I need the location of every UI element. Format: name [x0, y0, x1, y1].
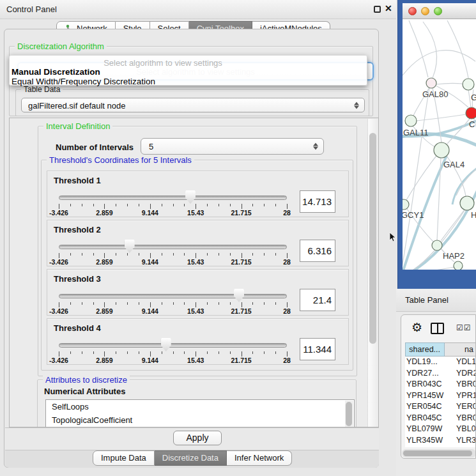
network-node[interactable]: [434, 142, 449, 158]
number-of-intervals-value: 5: [149, 142, 153, 151]
table-row[interactable]: YLR345WYLR3: [405, 435, 476, 447]
column-header-shared-name[interactable]: shared...: [405, 342, 445, 357]
threshold-slider: -3.4262.8599.14415.4321.71528: [59, 319, 287, 365]
cyni-toolbox-panel: Discretization Algorithm Select algorith…: [4, 29, 379, 468]
vertical-scrollbar-thumb[interactable]: [369, 133, 376, 344]
cell-shared-name: YDR27...: [405, 368, 454, 380]
tab-infer-network[interactable]: Infer Network: [227, 450, 292, 466]
column-header-name[interactable]: na: [445, 342, 476, 357]
threshold-panel: Threshold 4 -3.4262.8599.14415.4321.7152…: [47, 318, 349, 365]
threshold-panel: Threshold 1 -3.4262.8599.14415.4321.7152…: [47, 171, 349, 217]
threshold-value-field[interactable]: 6.316: [300, 240, 335, 262]
cyni-mode-tabs: Impute DataDiscretize DataInfer Network: [93, 450, 292, 466]
network-node[interactable]: [463, 79, 474, 90]
tab-impute-data[interactable]: Impute Data: [93, 450, 155, 466]
network-node[interactable]: [403, 199, 409, 210]
panel-title: Control Panel: [6, 4, 57, 14]
minimize-traffic-light-icon[interactable]: [421, 7, 429, 15]
number-of-intervals-combobox[interactable]: 5: [141, 138, 324, 155]
list-scrollbar-thumb[interactable]: [346, 402, 352, 426]
close-icon[interactable]: ✕: [385, 3, 392, 13]
cell-name: YIL0: [454, 446, 476, 447]
threshold-slider-thumb[interactable]: [125, 240, 135, 253]
threshold-slider-track[interactable]: [59, 245, 287, 249]
cell-name: YDR2: [454, 368, 476, 380]
node-table: shared... na YDL19...YDL1YDR27...YDR2YBR…: [405, 342, 476, 357]
threshold-slider: -3.4262.8599.14415.4321.71528: [59, 171, 287, 218]
slider-tick-labels: -3.4262.8599.14415.4321.71528: [59, 258, 287, 266]
control-panel: Control Panel ✕ NetworkStyleSelectCyni T…: [0, 0, 396, 476]
network-node[interactable]: [405, 115, 417, 127]
numerical-attributes-label: Numerical Attributes: [44, 387, 125, 396]
threshold-value-field[interactable]: 14.713: [300, 190, 335, 213]
threshold-slider-track[interactable]: [59, 343, 287, 348]
select-columns-icons[interactable]: ☑☑: [456, 323, 472, 332]
float-window-icon[interactable]: [374, 6, 381, 13]
network-node[interactable]: [426, 78, 436, 88]
table-row[interactable]: YBR043CYBR0: [405, 379, 476, 390]
threshold-slider-thumb[interactable]: [161, 338, 171, 351]
table-row[interactable]: YDR27...YDR2: [405, 368, 476, 380]
network-window-titlebar[interactable]: [403, 3, 476, 19]
table-row[interactable]: YIL052CYIL0: [405, 446, 476, 447]
cell-shared-name: YER054C: [405, 401, 454, 413]
attributes-group: Attributes to discretize Numerical Attri…: [37, 380, 357, 427]
apply-bar: Apply: [5, 427, 379, 450]
apply-button[interactable]: Apply: [173, 431, 222, 445]
table-data-combobox[interactable]: galFiltered.sif default node: [21, 98, 365, 112]
settings-scrollpane: Interval Definition Number of Intervals …: [9, 118, 379, 427]
horizontal-scrollbar-thumb[interactable]: [403, 450, 472, 456]
vertical-scrollbar[interactable]: [367, 119, 378, 427]
mouse-cursor: [389, 233, 397, 243]
threshold-slider-track[interactable]: [59, 294, 287, 298]
table-data-group: Table Data galFiltered.sif default node: [15, 89, 369, 116]
combo-stepper-icon: [313, 143, 318, 150]
table-header-row: shared... na: [405, 342, 476, 357]
network-node[interactable]: [460, 196, 474, 210]
threshold-value-field[interactable]: 11.344: [300, 338, 335, 360]
popup-item[interactable]: Equal Width/Frequency Discretization: [12, 77, 155, 86]
numerical-attributes-list[interactable]: SelfLoopsTopologicalCoefficientBetweenne…: [45, 399, 355, 427]
table-row[interactable]: YPR145WYPR1: [405, 390, 476, 402]
slider-ticks: [59, 351, 287, 357]
cell-shared-name: YBR043C: [405, 379, 454, 390]
threshold-value-field[interactable]: 21.4: [300, 289, 335, 311]
threshold-slider: -3.4262.8599.14415.4321.71528: [59, 270, 287, 316]
table-row[interactable]: YER054CYER0: [405, 401, 476, 413]
cell-name: YBR0: [454, 379, 476, 390]
list-scrollbar[interactable]: [345, 401, 353, 427]
node-label: GAL11: [403, 128, 429, 137]
thresholds-group: Threshold's Coordinates for 5 Intervals …: [41, 160, 353, 371]
node-label: HAP2: [443, 251, 464, 261]
attribute-item[interactable]: SelfLoops: [46, 400, 354, 413]
close-traffic-light-icon[interactable]: [408, 7, 417, 15]
network-node[interactable]: [454, 261, 463, 270]
gear-icon[interactable]: ⚙: [411, 320, 422, 335]
table-row[interactable]: YDL19...YDL1: [405, 357, 476, 368]
network-node[interactable]: [432, 240, 442, 250]
threshold-slider-thumb[interactable]: [185, 190, 196, 204]
network-canvas[interactable]: GAL80GACGAL11GAL4GCY1HHAP2: [403, 19, 476, 270]
table-row[interactable]: YBR045CYBR0: [405, 413, 476, 424]
threshold-slider-thumb[interactable]: [234, 289, 244, 302]
column-layout-icon[interactable]: [431, 323, 444, 334]
node-label: GAL80: [422, 89, 448, 99]
network-node[interactable]: [466, 107, 476, 119]
attribute-item[interactable]: TopologicalCoefficient: [46, 413, 354, 427]
zoom-traffic-light-icon[interactable]: [434, 7, 442, 15]
threshold-slider: -3.4262.8599.14415.4321.71528: [59, 220, 287, 267]
slider-ticks: [59, 302, 287, 307]
popup-item[interactable]: Manual Discretization: [12, 67, 100, 77]
horizontal-scrollbar[interactable]: [402, 449, 476, 457]
node-label: C: [469, 119, 475, 129]
thresholds-group-title: Threshold's Coordinates for 5 Intervals: [47, 155, 194, 165]
cell-name: YDL1: [454, 357, 476, 368]
threshold-slider-track[interactable]: [59, 196, 287, 200]
tab-label: Impute Data: [101, 451, 146, 465]
table-row[interactable]: YBL079WYBL0: [405, 424, 476, 435]
table-panel: ⚙ ☑☑ shared... na YDL19...YDL1YDR27...YD…: [396, 312, 476, 476]
tab-discretize-data[interactable]: Discretize Data: [155, 450, 227, 466]
cell-name: YPR1: [454, 390, 476, 402]
cell-name: YBR0: [454, 413, 476, 424]
cell-shared-name: YBL079W: [405, 424, 454, 435]
